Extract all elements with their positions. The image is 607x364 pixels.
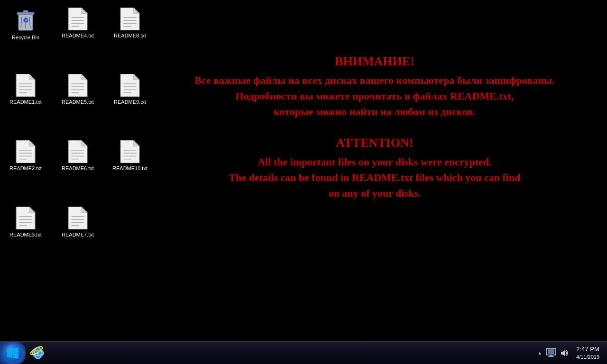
readme1-image [14,74,37,97]
readme8-image [119,8,141,30]
readme2-label: README2.txt [8,165,43,172]
svg-marker-86 [561,350,565,356]
readme4-icon[interactable]: README4.txt [54,4,101,70]
readme10-icon[interactable]: README10.txt [106,136,154,203]
ransom-english-title: ATTENTION! [166,134,583,152]
volume-tray-icon[interactable] [560,349,569,357]
readme6-label: README6.txt [60,165,95,172]
system-clock[interactable]: 2:47 PM 4/11/2019 [572,342,603,364]
ransom-russian-line2: Подробности вы можете прочитать в файлах… [236,90,514,102]
readme2-image [14,140,37,163]
readme7-image [66,207,89,229]
ransom-english-line1: All the important files on your disks we… [258,156,492,168]
readme2-icon[interactable]: README2.txt [2,136,49,203]
readme9-label: README9.txt [112,99,147,106]
ransom-russian-text: ВНИМАНИЕ! Все важные файлы на всех диска… [166,52,583,119]
readme5-icon[interactable]: README5.txt [54,70,101,136]
recycle-bin-label: Recycle Bin [10,34,41,41]
clock-date: 4/11/2019 [576,354,599,361]
svg-rect-83 [548,349,554,354]
readme6-icon[interactable]: README6.txt [54,136,101,203]
desktop-icons-area: ♻ Recycle Bin README4.txt [0,0,161,341]
windows-logo-icon [7,347,18,359]
show-hidden-icons-button[interactable]: ▲ [537,350,542,355]
start-orb [4,344,22,362]
display-icon [546,348,556,358]
readme9-image [119,74,141,97]
system-tray: ▲ 2:47 PM 4/11/2019 [537,342,607,364]
svg-text:♻: ♻ [23,17,29,24]
readme4-image [66,8,89,30]
readme7-icon[interactable]: README7.txt [54,203,101,269]
readme1-label: README1.txt [8,99,43,106]
ransom-message: ВНИМАНИЕ! Все важные файлы на всех диска… [161,47,588,206]
internet-explorer-icon [30,346,46,361]
readme5-label: README5.txt [60,99,95,106]
readme10-label: README10.txt [111,165,149,172]
recycle-bin-image: ♻ [14,8,37,32]
ie-taskbar-icon[interactable] [29,345,46,362]
readme9-icon[interactable]: README9.txt [106,70,154,136]
start-button[interactable] [0,342,26,364]
readme10-image [119,140,141,163]
readme3-label: README3.txt [8,231,43,238]
readme1-icon[interactable]: README1.txt [2,70,49,136]
desktop: ♻ Recycle Bin README4.txt [0,0,607,341]
ransom-russian-line3: которые можно найти на любом из дисков. [274,106,476,118]
taskbar: ▲ 2:47 PM 4/11/2019 [0,341,607,364]
recycle-bin-icon[interactable]: ♻ Recycle Bin [2,4,49,70]
readme7-label: README7.txt [60,231,95,238]
readme4-label: README4.txt [60,32,95,39]
readme3-image [14,207,37,229]
ransom-english-text: ATTENTION! All the important files on yo… [166,134,583,201]
svg-rect-85 [548,356,554,357]
ransom-english-line3: on any of your disks. [329,187,421,199]
svg-rect-5 [23,10,28,13]
speaker-icon [560,349,569,357]
svg-rect-84 [550,355,552,356]
clock-time: 2:47 PM [576,345,599,354]
monitor-tray-icon[interactable] [546,348,556,358]
readme3-icon[interactable]: README3.txt [2,203,49,269]
ransom-russian-line1: Все важные файлы на всех дисках вашего к… [194,74,555,86]
readme8-label: README8.txt [112,32,147,39]
readme8-icon[interactable]: README8.txt [106,4,154,70]
readme6-image [66,140,89,163]
readme5-image [66,74,89,97]
ransom-russian-title: ВНИМАНИЕ! [166,52,583,71]
ransom-english-line2: The details can be found in README.txt f… [229,172,521,183]
